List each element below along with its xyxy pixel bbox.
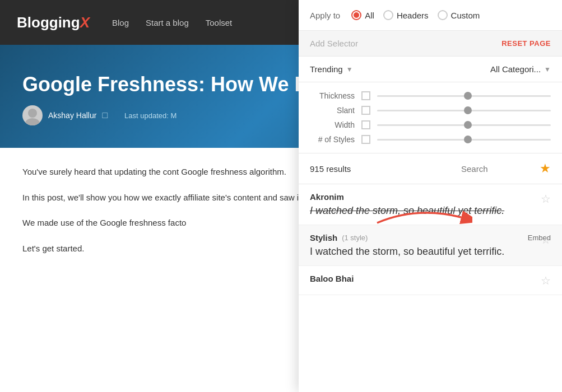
radio-all[interactable]: All <box>351 10 374 20</box>
svg-point-1 <box>25 118 40 125</box>
slider-slant-track[interactable] <box>377 110 551 111</box>
radio-custom-circle <box>438 10 448 20</box>
radio-all-circle <box>351 10 361 20</box>
slider-slant-label: Slant <box>310 106 355 115</box>
font-item-stylish: Stylish (1 style) Embed I watched the st… <box>299 225 562 266</box>
nav-blog[interactable]: Blog <box>112 18 129 27</box>
category-dropdown[interactable]: All Categori... ▼ <box>490 64 551 74</box>
font-stylish-name: Stylish <box>310 233 337 242</box>
search-star-icon[interactable]: ★ <box>540 161 551 176</box>
nav-start[interactable]: Start a blog <box>146 18 189 27</box>
slider-thickness-label: Thickness <box>310 91 355 100</box>
slider-thickness-track[interactable] <box>377 95 551 97</box>
font-stylish-header: Stylish (1 style) Embed <box>310 233 551 242</box>
font-stylish-meta: Stylish (1 style) <box>310 233 368 242</box>
slider-slant-checkbox[interactable] <box>361 106 370 115</box>
slider-width: Width <box>310 120 551 129</box>
logo-main: Blogging <box>17 14 80 31</box>
add-selector-placeholder[interactable]: Add Selector <box>310 39 358 48</box>
slider-thickness-checkbox[interactable] <box>361 91 370 100</box>
font-list: Akronim I watched the storm, so beautifu… <box>299 184 562 392</box>
blog-nav: Blog Start a blog Toolset <box>112 18 232 27</box>
font-akronim-header: Akronim <box>310 192 551 202</box>
slider-styles-checkbox[interactable] <box>361 135 370 144</box>
svg-point-0 <box>28 109 37 118</box>
trending-label: Trending <box>310 64 343 74</box>
results-row: 915 results ★ <box>299 153 562 184</box>
author-date: Last updated: M <box>124 111 177 120</box>
slider-width-label: Width <box>310 120 355 129</box>
font-stylish-preview: I watched the storm, so beautiful yet te… <box>310 246 551 258</box>
category-chevron-icon: ▼ <box>544 66 551 73</box>
selector-row: Add Selector RESET PAGE <box>299 31 562 57</box>
apply-to-row: Apply to All Headers Custom <box>299 0 562 31</box>
reset-page-button[interactable]: RESET PAGE <box>501 39 551 48</box>
radio-headers[interactable]: Headers <box>383 10 429 20</box>
slider-thickness: Thickness <box>310 91 551 100</box>
author-avatar <box>22 105 43 125</box>
apply-label: Apply to <box>310 11 340 20</box>
slider-styles: # of Styles <box>310 135 551 144</box>
category-row: Trending ▼ All Categori... ▼ <box>299 57 562 82</box>
font-stylish-count: (1 style) <box>342 234 368 242</box>
results-count: 915 results <box>310 164 351 174</box>
font-akronim-star[interactable]: ☆ <box>541 192 551 206</box>
category-label: All Categori... <box>490 64 541 74</box>
slider-width-checkbox[interactable] <box>361 120 370 129</box>
font-panel: Apply to All Headers Custom Add Selector… <box>299 0 562 392</box>
nav-toolset[interactable]: Toolset <box>206 18 233 27</box>
radio-custom-label: Custom <box>451 11 480 20</box>
radio-group: All Headers Custom <box>351 10 480 20</box>
blog-logo: BloggingX <box>17 14 90 31</box>
logo-x: X <box>80 14 90 31</box>
trending-dropdown[interactable]: Trending ▼ <box>310 64 353 74</box>
author-name: Akshay Hallur <box>48 111 96 120</box>
slider-slant: Slant <box>310 106 551 115</box>
search-area: ★ <box>461 161 551 176</box>
font-item-akronim: Akronim I watched the storm, so beautifu… <box>299 184 562 225</box>
slider-styles-label: # of Styles <box>310 135 355 144</box>
font-baloo-name: Baloo Bhai <box>310 274 354 283</box>
radio-custom[interactable]: Custom <box>438 10 480 20</box>
font-stylish-star[interactable]: ☆ <box>541 233 551 246</box>
font-akronim-preview: I watched the storm, so beautiful yet te… <box>310 205 551 217</box>
radio-headers-circle <box>383 10 393 20</box>
font-akronim-name: Akronim <box>310 192 344 202</box>
trending-chevron-icon: ▼ <box>346 66 353 73</box>
sliders-section: Thickness Slant Width # of Styles <box>299 82 562 153</box>
font-baloo-star[interactable]: ☆ <box>541 274 551 287</box>
logo-text: BloggingX <box>17 14 90 31</box>
date-icon: □ <box>102 110 108 120</box>
radio-all-label: All <box>365 11 374 20</box>
search-input[interactable] <box>461 164 534 174</box>
font-item-baloo: Baloo Bhai ☆ <box>299 266 562 295</box>
radio-headers-label: Headers <box>397 11 429 20</box>
font-baloo-header: Baloo Bhai <box>310 274 551 283</box>
slider-width-track[interactable] <box>377 124 551 126</box>
slider-styles-track[interactable] <box>377 139 551 141</box>
